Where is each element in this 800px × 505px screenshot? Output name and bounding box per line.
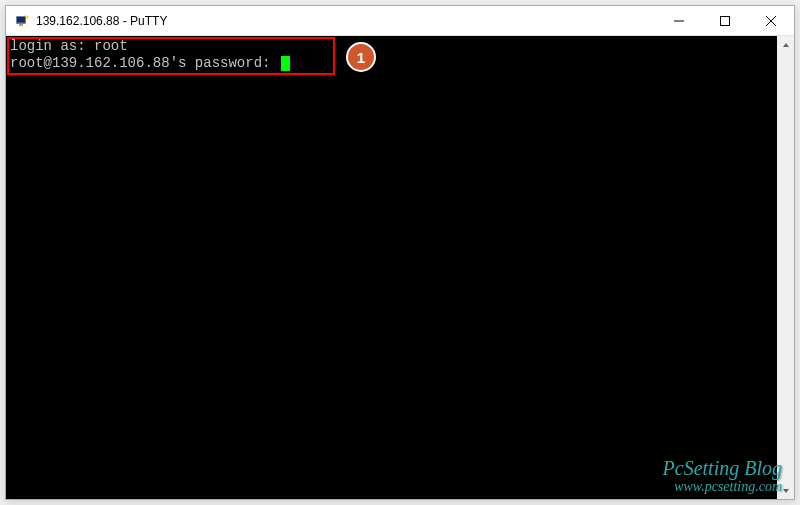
scroll-up-button[interactable] [777,36,794,53]
password-prompt: root@139.162.106.88's password: [10,55,279,71]
terminal-area: login as: root root@139.162.106.88's pas… [6,36,794,499]
maximize-button[interactable] [702,6,748,36]
window-title: 139.162.106.88 - PuTTY [36,14,656,28]
svg-rect-6 [721,17,730,26]
scroll-down-button[interactable] [777,482,794,499]
terminal-line: login as: root [10,38,773,55]
minimize-button[interactable] [656,6,702,36]
close-button[interactable] [748,6,794,36]
window-controls [656,6,794,35]
scrollbar[interactable] [777,36,794,499]
cursor [281,56,290,71]
terminal-line: root@139.162.106.88's password: [10,55,773,72]
annotation-number: 1 [357,49,365,66]
scroll-track[interactable] [777,53,794,482]
putty-icon [14,13,30,29]
titlebar[interactable]: 139.162.106.88 - PuTTY [6,6,794,36]
annotation-badge: 1 [346,42,376,72]
svg-rect-1 [17,17,25,22]
login-prompt: login as: [10,38,94,54]
terminal[interactable]: login as: root root@139.162.106.88's pas… [6,36,777,499]
login-input: root [94,38,128,54]
putty-window: 139.162.106.88 - PuTTY login as: root ro… [5,5,795,500]
